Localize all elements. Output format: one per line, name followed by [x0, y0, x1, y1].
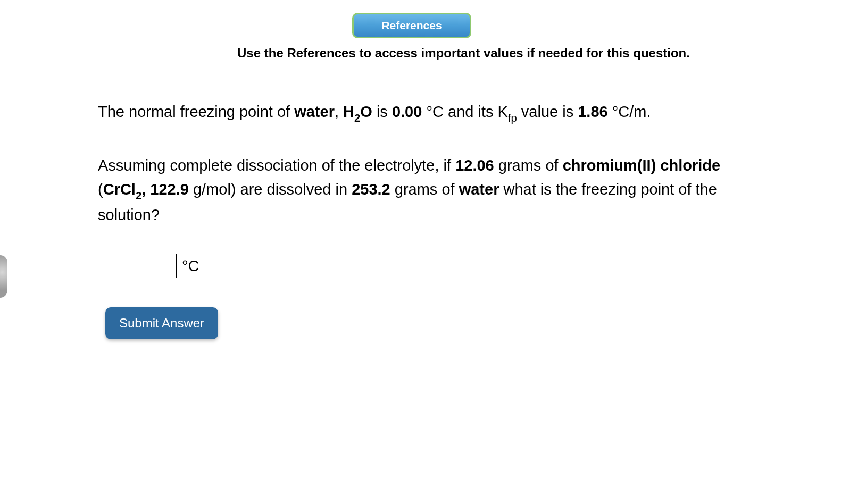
- formula-subscript: 2: [354, 112, 360, 124]
- text: ,: [141, 181, 150, 198]
- text: value is: [517, 103, 578, 120]
- unit-label: °C: [182, 257, 199, 275]
- solute-name: chromium(II) chloride: [563, 157, 720, 174]
- mass-solvent: 253.2: [352, 181, 390, 198]
- kfp-value: 1.86: [578, 103, 607, 120]
- text: °C and its K: [422, 103, 508, 120]
- formula-part: O: [360, 103, 372, 120]
- text: grams of: [494, 157, 563, 174]
- text: g/mol) are dissolved in: [189, 181, 352, 198]
- text: °C/m.: [608, 103, 651, 120]
- molar-mass: 122.9: [150, 181, 189, 198]
- submit-answer-button[interactable]: Submit Answer: [105, 307, 218, 339]
- freezing-point-value: 0.00: [392, 103, 422, 120]
- text: (: [98, 181, 103, 198]
- hint-text: Use the References to access important v…: [176, 46, 752, 61]
- question-line-2: Assuming complete dissociation of the el…: [98, 154, 752, 227]
- chem-formula: H2O: [343, 103, 372, 120]
- question-body: The normal freezing point of water, H2O …: [98, 101, 752, 339]
- answer-row: °C: [98, 254, 752, 278]
- question-line-1: The normal freezing point of water, H2O …: [98, 101, 752, 124]
- text: Assuming complete dissociation of the el…: [98, 157, 455, 174]
- solute-formula: CrCl2: [103, 181, 142, 198]
- solvent-name: water: [294, 103, 335, 120]
- text: ,: [335, 103, 343, 120]
- decorative-side-sliver: [0, 255, 7, 298]
- answer-input[interactable]: [98, 254, 177, 278]
- text: grams of: [390, 181, 459, 198]
- kfp-subscript: fp: [508, 112, 517, 124]
- mass-solute: 12.06: [455, 157, 494, 174]
- references-button[interactable]: References: [352, 13, 471, 38]
- solvent-name-2: water: [459, 181, 499, 198]
- formula-subscript: 2: [136, 190, 141, 201]
- formula-part: CrCl: [103, 181, 136, 198]
- text: is: [372, 103, 392, 120]
- text: The normal freezing point of: [98, 103, 294, 120]
- formula-part: H: [343, 103, 354, 120]
